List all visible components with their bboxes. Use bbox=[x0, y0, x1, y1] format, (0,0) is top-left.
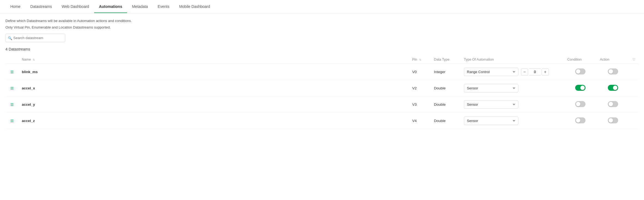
datastream-count: 4 Datastreams bbox=[5, 47, 639, 51]
row-automation-accel_x: Range ControlSensor bbox=[461, 80, 564, 96]
nav-item-datastreams[interactable]: Datastreams bbox=[25, 0, 57, 13]
row-condition-accel_y bbox=[564, 96, 597, 113]
row-action-blink_ms bbox=[597, 64, 629, 80]
nav-item-home[interactable]: Home bbox=[5, 0, 25, 13]
row-automation-blink_ms: Range ControlSensor − + bbox=[461, 64, 564, 80]
row-filter-cell bbox=[629, 80, 639, 96]
row-condition-blink_ms bbox=[564, 64, 597, 80]
description-line2: Only Virtual Pin, Enumerable and Locatio… bbox=[5, 25, 639, 30]
table-row: ≣accel_zV4DoubleRange ControlSensor bbox=[5, 113, 639, 129]
th-action-label: Action bbox=[600, 58, 609, 61]
search-icon: 🔍 bbox=[8, 36, 12, 40]
th-name-label: Name bbox=[22, 58, 31, 61]
condition-toggle-accel_z[interactable] bbox=[575, 117, 586, 123]
row-automation-accel_z: Range ControlSensor bbox=[461, 113, 564, 129]
row-pin-accel_y: V3 bbox=[409, 96, 431, 113]
row-condition-accel_z bbox=[564, 113, 597, 129]
datastream-icon: ≣ bbox=[9, 85, 15, 91]
action-toggle-accel_z[interactable] bbox=[608, 117, 618, 123]
row-name-accel_x: accel_x bbox=[19, 80, 409, 96]
th-condition-label: Condition bbox=[567, 58, 582, 61]
automation-select-accel_x[interactable]: Range ControlSensor bbox=[464, 84, 518, 92]
th-name: Name ⇅ bbox=[19, 55, 409, 64]
datastream-icon: ≣ bbox=[9, 69, 15, 75]
table-row: ≣accel_yV3DoubleRange ControlSensor bbox=[5, 96, 639, 113]
automation-select-accel_y[interactable]: Range ControlSensor bbox=[464, 100, 518, 109]
row-dtype-accel_z: Double bbox=[431, 113, 461, 129]
row-action-accel_x bbox=[597, 80, 629, 96]
action-toggle-accel_x[interactable] bbox=[608, 85, 618, 91]
table-row: ≣blink_msV0IntegerRange ControlSensor − … bbox=[5, 64, 639, 80]
nav-item-events[interactable]: Events bbox=[153, 0, 174, 13]
condition-toggle-blink_ms[interactable] bbox=[575, 68, 586, 74]
filter-icon[interactable]: ▽ bbox=[633, 57, 635, 61]
main-content: Define which Datastreams will be availab… bbox=[0, 13, 644, 134]
th-automation: Type Of Automation bbox=[461, 55, 564, 64]
automation-select-accel_z[interactable]: Range ControlSensor bbox=[464, 117, 518, 125]
table-body: ≣blink_msV0IntegerRange ControlSensor − … bbox=[5, 64, 639, 129]
th-datatype-label: Data Type bbox=[434, 58, 449, 61]
navigation: HomeDatastreamsWeb DashboardAutomationsM… bbox=[0, 0, 644, 13]
action-toggle-blink_ms[interactable] bbox=[608, 68, 618, 74]
row-action-accel_y bbox=[597, 96, 629, 113]
description-line1: Define which Datastreams will be availab… bbox=[5, 18, 639, 24]
row-dtype-accel_x: Double bbox=[431, 80, 461, 96]
nav-item-metadata[interactable]: Metadata bbox=[127, 0, 153, 13]
search-container: 🔍 bbox=[5, 34, 65, 42]
table-header: Name ⇅ Pin ⇅ Data Type Type Of Automatio… bbox=[5, 55, 639, 64]
row-automation-accel_y: Range ControlSensor bbox=[461, 96, 564, 113]
table-row: ≣accel_xV2DoubleRange ControlSensor bbox=[5, 80, 639, 96]
nav-item-web-dashboard[interactable]: Web Dashboard bbox=[57, 0, 94, 13]
th-pin-label: Pin bbox=[412, 58, 417, 61]
datastreams-table: Name ⇅ Pin ⇅ Data Type Type Of Automatio… bbox=[5, 55, 639, 129]
th-icon bbox=[5, 55, 19, 64]
row-dtype-blink_ms: Integer bbox=[431, 64, 461, 80]
th-condition: Condition bbox=[564, 55, 597, 64]
row-action-accel_z bbox=[597, 113, 629, 129]
th-datatype: Data Type bbox=[431, 55, 461, 64]
row-name-accel_y: accel_y bbox=[19, 96, 409, 113]
pin-sort-icon[interactable]: ⇅ bbox=[419, 58, 421, 61]
row-pin-accel_z: V4 bbox=[409, 113, 431, 129]
range-control-blink_ms: − + bbox=[521, 68, 549, 76]
row-filter-cell bbox=[629, 113, 639, 129]
row-pin-accel_x: V2 bbox=[409, 80, 431, 96]
th-filter: ▽ bbox=[629, 55, 639, 64]
row-filter-cell bbox=[629, 64, 639, 80]
row-filter-cell bbox=[629, 96, 639, 113]
nav-item-automations[interactable]: Automations bbox=[94, 0, 127, 13]
datastream-icon: ≣ bbox=[9, 102, 15, 107]
row-name-blink_ms: blink_ms bbox=[19, 64, 409, 80]
search-input[interactable] bbox=[5, 34, 65, 42]
th-pin: Pin ⇅ bbox=[409, 55, 431, 64]
action-toggle-accel_y[interactable] bbox=[608, 101, 618, 107]
datastream-icon: ≣ bbox=[9, 118, 15, 124]
th-action: Action bbox=[597, 55, 629, 64]
range-minus-btn[interactable]: − bbox=[521, 68, 528, 76]
th-automation-label: Type Of Automation bbox=[464, 58, 494, 61]
row-pin-blink_ms: V0 bbox=[409, 64, 431, 80]
name-sort-icon[interactable]: ⇅ bbox=[33, 58, 35, 61]
row-name-accel_z: accel_z bbox=[19, 113, 409, 129]
row-condition-accel_x bbox=[564, 80, 597, 96]
range-input-blink_ms[interactable] bbox=[529, 68, 541, 76]
condition-toggle-accel_x[interactable] bbox=[575, 85, 586, 91]
row-dtype-accel_y: Double bbox=[431, 96, 461, 113]
condition-toggle-accel_y[interactable] bbox=[575, 101, 586, 107]
nav-item-mobile-dashboard[interactable]: Mobile Dashboard bbox=[174, 0, 215, 13]
range-plus-btn[interactable]: + bbox=[542, 68, 549, 76]
automation-select-blink_ms[interactable]: Range ControlSensor bbox=[464, 68, 518, 76]
